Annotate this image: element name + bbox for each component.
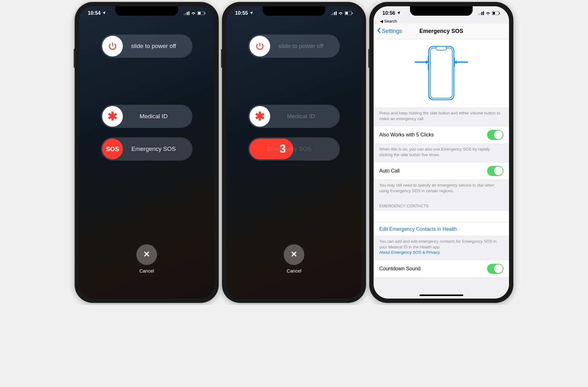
screen-2: 10:55 slide to power off ✱ Medical ID <box>226 6 362 299</box>
sos-label-behind: Emergency SOS <box>248 146 340 152</box>
svg-rect-12 <box>345 12 348 14</box>
diagram-footer: Press and keep holding the side button a… <box>374 108 509 126</box>
wifi-icon <box>486 11 491 15</box>
nav-back-label: Settings <box>382 28 402 34</box>
svg-rect-8 <box>333 13 333 15</box>
screen-1: 10:54 slide to power off ✱ Medical ID <box>79 6 214 299</box>
battery-icon <box>345 11 353 15</box>
nav-back-button[interactable]: Settings <box>377 27 402 35</box>
toggle-auto-call[interactable] <box>487 166 503 176</box>
signal-icon <box>478 11 484 15</box>
edit-contacts-label: Edit Emergency Contacts in Health <box>379 226 457 232</box>
svg-rect-5 <box>198 12 201 14</box>
home-indicator[interactable] <box>419 294 463 296</box>
status-time: 10:56 <box>382 10 395 16</box>
nav-title: Emergency SOS <box>419 28 463 34</box>
notch <box>263 6 325 16</box>
asterisk-icon: ✱ <box>102 106 123 127</box>
notch <box>115 6 178 16</box>
footer-auto-call: You may still need to specify an emergen… <box>374 180 509 198</box>
row-countdown-sound[interactable]: Countdown Sound <box>374 260 509 278</box>
svg-rect-25 <box>428 64 429 70</box>
svg-rect-13 <box>352 13 353 14</box>
emergency-sos-slider[interactable]: SOS Emergency SOS <box>101 137 192 161</box>
footer-contacts: You can add and edit emergency contacts … <box>374 236 509 260</box>
phone-frame-1: 10:54 slide to power off ✱ Medical ID <box>75 2 219 303</box>
row-edit-contacts[interactable]: Edit Emergency Contacts in Health <box>374 223 509 236</box>
svg-rect-24 <box>428 56 429 62</box>
svg-rect-0 <box>184 14 185 15</box>
medical-id-label: Medical ID <box>124 113 192 120</box>
row-5-clicks-label: Also Works with 5 Clicks <box>379 132 434 138</box>
sos-label: Emergency SOS <box>124 146 192 152</box>
footer-5-clicks: When this is on, you can also use Emerge… <box>374 144 509 162</box>
close-icon <box>142 250 151 260</box>
medical-id-slider[interactable]: ✱ Medical ID <box>101 105 192 128</box>
link-privacy[interactable]: About Emergency SOS & Privacy <box>379 250 440 255</box>
location-icon <box>102 10 106 16</box>
phone-frame-3: 10:56 ◀︎ Search Settings Emergency SOS <box>369 2 513 303</box>
row-5-clicks[interactable]: Also Works with 5 Clicks <box>374 126 509 144</box>
svg-rect-7 <box>331 14 332 15</box>
svg-rect-22 <box>430 48 452 98</box>
cancel-label: Cancel <box>287 268 302 273</box>
svg-rect-10 <box>336 11 337 15</box>
cancel-button[interactable] <box>136 244 157 265</box>
wifi-icon <box>338 11 343 15</box>
screen-3: 10:56 ◀︎ Search Settings Emergency SOS <box>374 6 509 299</box>
location-icon <box>249 10 253 16</box>
location-icon <box>397 10 401 16</box>
row-auto-call-label: Auto Call <box>379 168 400 174</box>
svg-rect-19 <box>493 12 495 14</box>
battery-icon <box>492 11 500 15</box>
cancel-label: Cancel <box>139 268 154 273</box>
asterisk-icon: ✱ <box>249 106 270 127</box>
svg-rect-15 <box>480 13 481 15</box>
power-off-label: slide to power off <box>124 43 192 50</box>
power-off-slider[interactable]: slide to power off <box>248 34 340 58</box>
power-off-slider[interactable]: slide to power off <box>101 34 192 58</box>
row-countdown-sound-label: Countdown Sound <box>379 266 421 272</box>
toggle-countdown-sound[interactable] <box>487 264 503 274</box>
svg-rect-9 <box>334 12 335 15</box>
svg-rect-17 <box>483 11 484 15</box>
power-icon <box>102 36 123 56</box>
svg-rect-20 <box>499 13 500 14</box>
row-auto-call[interactable]: Auto Call <box>374 162 509 180</box>
toggle-5-clicks[interactable] <box>487 130 503 140</box>
settings-body: Press and keep holding the side button a… <box>374 39 509 299</box>
svg-rect-16 <box>481 12 482 15</box>
svg-rect-1 <box>185 13 186 15</box>
diagram-block <box>374 39 509 108</box>
svg-rect-2 <box>187 12 188 15</box>
status-time: 10:54 <box>88 10 101 16</box>
cancel-button[interactable] <box>284 244 304 265</box>
svg-rect-23 <box>436 46 447 50</box>
emergency-sos-slider-dragging[interactable]: Emergency SOS 3 <box>248 137 340 161</box>
chevron-left-icon <box>377 27 381 35</box>
svg-rect-21 <box>429 46 454 100</box>
power-off-label: slide to power off <box>271 43 340 50</box>
svg-rect-3 <box>188 11 189 15</box>
notch <box>410 6 473 16</box>
power-icon <box>249 36 270 56</box>
medical-id-label: Medical ID <box>271 113 340 120</box>
wifi-icon <box>191 11 196 15</box>
svg-rect-6 <box>205 13 205 14</box>
section-emergency-contacts: EMERGENCY CONTACTS <box>374 198 509 210</box>
signal-icon <box>184 11 189 15</box>
sos-knob: SOS <box>102 139 123 159</box>
signal-icon <box>331 11 337 15</box>
medical-id-slider[interactable]: ✱ Medical ID <box>248 105 340 128</box>
nav-bar: Settings Emergency SOS <box>374 24 509 39</box>
phone-press-diagram-icon <box>405 45 477 104</box>
phone-frame-2: 10:55 slide to power off ✱ Medical ID <box>222 2 366 303</box>
close-icon <box>290 250 298 260</box>
breadcrumb-back[interactable]: ◀︎ Search <box>380 19 397 24</box>
svg-rect-14 <box>478 14 479 15</box>
battery-icon <box>197 11 206 15</box>
status-time: 10:55 <box>235 10 248 16</box>
row-contacts-empty <box>374 210 509 223</box>
